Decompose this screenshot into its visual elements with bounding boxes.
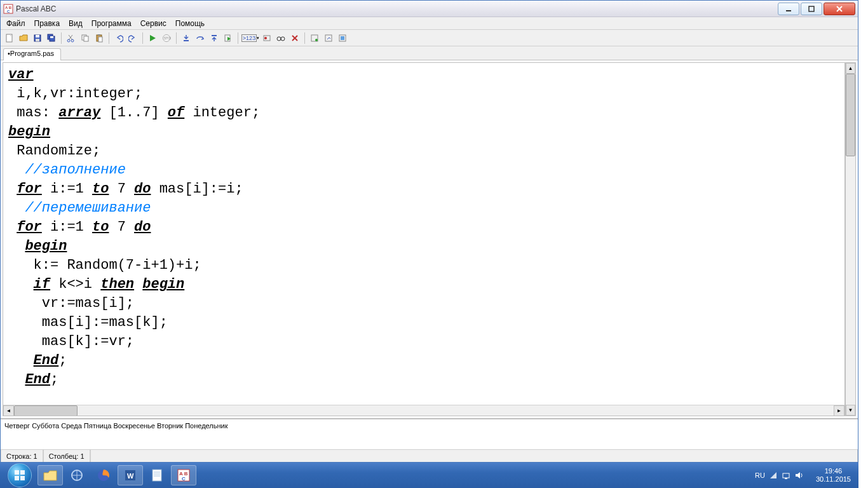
taskbar-explorer-icon[interactable]	[37, 465, 63, 485]
svg-rect-4	[809, 6, 814, 11]
svg-rect-10	[36, 35, 39, 37]
app-icon: A BC	[3, 4, 13, 14]
scroll-right-icon[interactable]: ►	[834, 405, 844, 416]
menu-view[interactable]: Вид	[64, 18, 87, 29]
tray-date: 30.11.2015	[816, 475, 851, 484]
window-controls	[776, 3, 855, 15]
horizontal-scrollbar[interactable]: ◄ ►	[3, 405, 844, 416]
save-icon[interactable]	[31, 32, 44, 44]
svg-text:C: C	[182, 476, 186, 482]
svg-rect-46	[20, 476, 25, 480]
file-tab[interactable]: •Program5.pas	[3, 48, 61, 60]
svg-rect-42	[341, 36, 344, 40]
taskbar-app-icon-1[interactable]	[64, 465, 90, 485]
tool-icon-1[interactable]	[308, 32, 321, 44]
minimize-button[interactable]	[778, 3, 799, 15]
svg-text:W: W	[127, 472, 134, 480]
taskbar-firefox-icon[interactable]	[91, 465, 116, 485]
status-column: Столбец: 1	[43, 450, 90, 462]
titlebar[interactable]: A BC Pascal ABC	[1, 1, 858, 17]
tray-volume-icon[interactable]	[794, 471, 803, 480]
svg-rect-14	[50, 36, 53, 38]
breakpoint-icon[interactable]	[261, 32, 273, 44]
scroll-left-icon[interactable]: ◄	[3, 405, 14, 416]
redo-icon[interactable]	[126, 32, 139, 44]
svg-rect-60	[785, 478, 787, 479]
tray-lang[interactable]: RU	[755, 471, 765, 479]
editor-area: var i,k,vr:integer; mas: array [1..7] of…	[1, 60, 858, 419]
svg-point-32	[264, 37, 267, 39]
tray-flag-icon[interactable]	[769, 471, 778, 480]
tray-network-icon[interactable]	[782, 471, 790, 480]
cut-icon[interactable]	[65, 32, 78, 44]
menubar: Файл Правка Вид Программа Сервис Помощь	[1, 17, 858, 30]
step-into-icon[interactable]	[180, 32, 193, 44]
svg-rect-45	[15, 476, 19, 480]
start-button[interactable]	[3, 463, 37, 488]
menu-program[interactable]: Программа	[87, 18, 136, 29]
save-all-icon[interactable]	[45, 32, 58, 44]
tabbar: •Program5.pas	[1, 46, 858, 60]
svg-rect-23	[98, 37, 102, 42]
svg-rect-11	[36, 39, 39, 41]
paste-icon[interactable]	[93, 32, 105, 44]
output-panel: Четверг Суббота Среда Пятница Воскресень…	[1, 419, 858, 449]
menu-service[interactable]: Сервис	[136, 18, 171, 29]
run-to-cursor-icon[interactable]	[222, 32, 234, 44]
svg-point-33	[277, 37, 281, 41]
undo-icon[interactable]	[112, 32, 125, 44]
menu-edit[interactable]: Правка	[30, 18, 65, 29]
delete-bp-icon[interactable]	[288, 32, 301, 44]
svg-rect-27	[184, 40, 189, 41]
menu-help[interactable]: Помощь	[171, 18, 209, 29]
svg-rect-44	[20, 470, 25, 475]
hscroll-thumb[interactable]	[14, 405, 78, 416]
taskbar-pascal-icon[interactable]: A BC	[171, 465, 196, 485]
copy-icon[interactable]	[79, 32, 92, 44]
taskbar[interactable]: W A BC RU 19:46 30.11.2015	[0, 463, 858, 488]
output-text: Четверг Суббота Среда Пятница Воскресень…	[4, 422, 228, 430]
status-line: Строка: 1	[1, 450, 43, 462]
svg-text:STOP: STOP	[164, 36, 171, 40]
tray-time: 19:46	[825, 467, 843, 475]
svg-rect-59	[783, 473, 789, 478]
step-out-icon[interactable]	[208, 32, 220, 44]
glasses-icon[interactable]	[275, 32, 287, 44]
code-editor[interactable]: var i,k,vr:integer; mas: array [1..7] of…	[3, 62, 845, 416]
maximize-button[interactable]	[801, 3, 822, 15]
run-icon[interactable]	[146, 32, 159, 44]
taskbar-notepad-icon[interactable]	[144, 465, 170, 485]
vertical-scrollbar[interactable]: ▲ ▼	[845, 62, 856, 416]
tool-icon-3[interactable]	[336, 32, 349, 44]
svg-text:C: C	[7, 10, 10, 13]
vscroll-thumb[interactable]	[846, 74, 855, 156]
toolbar: STOP >123▾	[1, 30, 858, 46]
scroll-up-icon[interactable]: ▲	[846, 63, 855, 74]
close-button[interactable]	[824, 3, 855, 15]
system-tray: RU 19:46 30.11.2015	[751, 463, 856, 488]
watch-icon[interactable]: >123▾	[241, 32, 259, 44]
svg-rect-22	[98, 34, 100, 36]
svg-rect-43	[15, 470, 19, 475]
svg-marker-24	[150, 35, 156, 41]
tray-clock[interactable]: 19:46 30.11.2015	[811, 467, 856, 484]
taskbar-word-icon[interactable]: W	[118, 465, 143, 485]
svg-marker-58	[770, 472, 776, 478]
window-title: Pascal ABC	[16, 4, 56, 13]
step-over-icon[interactable]	[194, 32, 207, 44]
tool-icon-2[interactable]	[322, 32, 335, 44]
menu-file[interactable]: Файл	[2, 18, 30, 29]
statusbar: Строка: 1 Столбец: 1	[1, 449, 858, 462]
svg-rect-20	[84, 36, 88, 41]
open-file-icon[interactable]	[17, 32, 30, 44]
svg-marker-61	[796, 472, 800, 478]
stop-icon[interactable]: STOP	[160, 32, 173, 44]
status-empty	[90, 450, 858, 462]
svg-point-34	[281, 37, 285, 41]
svg-rect-28	[212, 35, 217, 36]
svg-rect-51	[153, 470, 161, 481]
app-window: A BC Pascal ABC Файл Правка Вид Программ…	[0, 0, 858, 463]
scroll-down-icon[interactable]: ▼	[846, 405, 855, 416]
svg-point-39	[315, 39, 318, 41]
new-file-icon[interactable]	[3, 32, 16, 44]
